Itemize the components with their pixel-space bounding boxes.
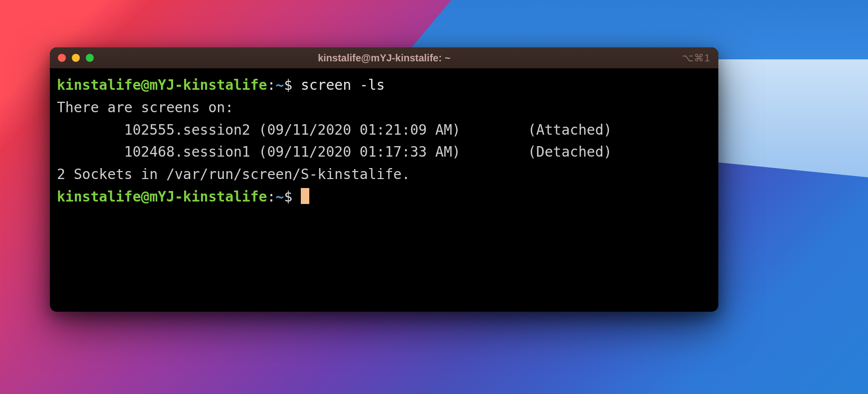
prompt-path: ~ [275, 189, 284, 205]
terminal-prompt-line: kinstalife@mYJ-kinstalife:~$ [57, 186, 711, 208]
close-button[interactable] [58, 54, 66, 62]
terminal-output-line: There are screens on: [57, 97, 711, 119]
prompt-user-host: kinstalife@mYJ-kinstalife [57, 189, 267, 205]
window-title: kinstalife@mYJ-kinstalife: ~ [318, 52, 450, 64]
window-shortcut-hint: ⌥⌘1 [682, 52, 710, 64]
prompt-path: ~ [275, 77, 284, 93]
terminal-output-line: 102555.session2 (09/11/2020 01:21:09 AM)… [57, 119, 711, 142]
minimize-button[interactable] [72, 54, 80, 62]
output-text: 2 Sockets in /var/run/screen/S-kinstalif… [57, 166, 410, 183]
window-titlebar[interactable]: kinstalife@mYJ-kinstalife: ~ ⌥⌘1 [50, 47, 718, 68]
prompt-user-host: kinstalife@mYJ-kinstalife [57, 77, 267, 93]
output-text: 102468.session1 (09/11/2020 01:17:33 AM)… [57, 144, 612, 160]
command-text: screen -ls [301, 77, 385, 93]
traffic-lights [58, 54, 94, 62]
prompt-separator: : [267, 77, 275, 93]
maximize-button[interactable] [86, 54, 94, 62]
prompt-symbol: $ [284, 189, 301, 205]
terminal-window: kinstalife@mYJ-kinstalife: ~ ⌥⌘1 kinstal… [50, 47, 718, 312]
terminal-body[interactable]: kinstalife@mYJ-kinstalife:~$ screen -lsT… [50, 68, 718, 312]
output-text: 102555.session2 (09/11/2020 01:21:09 AM)… [57, 122, 612, 138]
output-text: There are screens on: [57, 99, 233, 116]
terminal-output-line: 2 Sockets in /var/run/screen/S-kinstalif… [57, 164, 711, 186]
terminal-output-line: 102468.session1 (09/11/2020 01:17:33 AM)… [57, 141, 711, 164]
prompt-symbol: $ [284, 77, 301, 93]
prompt-separator: : [267, 189, 275, 205]
cursor-icon [301, 188, 309, 204]
terminal-prompt-line: kinstalife@mYJ-kinstalife:~$ screen -ls [57, 74, 711, 97]
